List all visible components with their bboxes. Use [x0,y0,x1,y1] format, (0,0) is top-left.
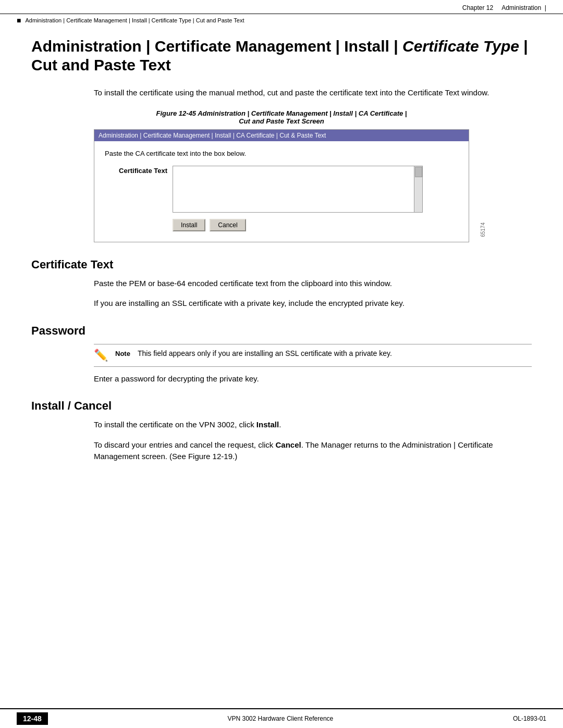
note-text: This field appears only if you are insta… [138,349,392,359]
page-header: Chapter 12 Administration | [0,0,563,14]
install-line-suffix: . [279,420,281,429]
scrollbar-track[interactable] [414,166,422,212]
page-number: 12-48 [17,712,48,725]
screenshot-buttons: Install Cancel [173,219,458,231]
title-italic: Certificate Type [402,38,519,55]
page-footer: 12-48 VPN 3002 Hardware Client Reference… [0,708,563,728]
caption-line2: Cut and Paste Text Screen [99,117,464,125]
cert-text-line1: Paste the PEM or base-64 encoded certifi… [94,278,532,290]
install-cancel-heading: Install / Cancel [31,399,532,413]
form-row: Certificate Text [105,166,458,213]
cert-text-label: Certificate Text [105,166,173,175]
note-icon: ✏️ [94,349,108,362]
cert-text-line2: If you are installing an SSL certificate… [94,298,532,310]
screenshot-body: Paste the CA certificate text into the b… [94,141,469,242]
screenshot-titlebar: Administration | Certificate Management … [94,130,469,141]
certificate-textarea[interactable] [173,166,423,213]
footer-center-text: VPN 3002 Hardware Client Reference [227,715,333,722]
caption-line1: Figure 12-45 Administration | Certificat… [156,109,407,117]
install-button[interactable]: Install [173,219,205,231]
breadcrumb-text: Administration | Certificate Management … [25,17,244,23]
figure-number: 65174 [480,223,486,237]
scrollbar-thumb[interactable] [415,167,422,177]
intro-text: To install the certificate using the man… [94,87,532,99]
cancel-line-prefix: To discard your entries and cancel the r… [94,440,276,449]
figure-caption: Figure 12-45 Administration | Certificat… [99,109,464,125]
install-line-prefix: To install the certificate on the VPN 30… [94,420,256,429]
password-heading: Password [31,324,532,338]
note-label: Note [115,349,130,357]
cancel-bold: Cancel [276,440,301,449]
chapter-info: Chapter 12 Administration | [462,4,546,11]
breadcrumb: ■ Administration | Certificate Managemen… [0,14,563,27]
main-content: Administration | Certificate Management … [0,27,563,502]
install-line: To install the certificate on the VPN 30… [94,419,532,431]
breadcrumb-bullet: ■ [17,16,21,24]
password-body-text: Enter a password for decrypting the priv… [94,373,532,385]
install-bold: Install [256,420,279,429]
note-box: ✏️ Note This field appears only if you a… [94,344,532,367]
footer-right-text: OL-1893-01 [513,715,546,722]
page-title: Administration | Certificate Management … [31,37,532,75]
chapter-label: Chapter 12 [462,4,493,11]
cancel-button[interactable]: Cancel [210,219,246,231]
title-part1: Administration | Certificate Management … [31,38,402,55]
section-label: Administration [501,4,541,11]
screenshot-container: Administration | Certificate Management … [94,129,469,242]
cert-text-heading: Certificate Text [31,258,532,272]
cancel-line: To discard your entries and cancel the r… [94,439,532,463]
paste-instruction: Paste the CA certificate text into the b… [105,150,458,157]
